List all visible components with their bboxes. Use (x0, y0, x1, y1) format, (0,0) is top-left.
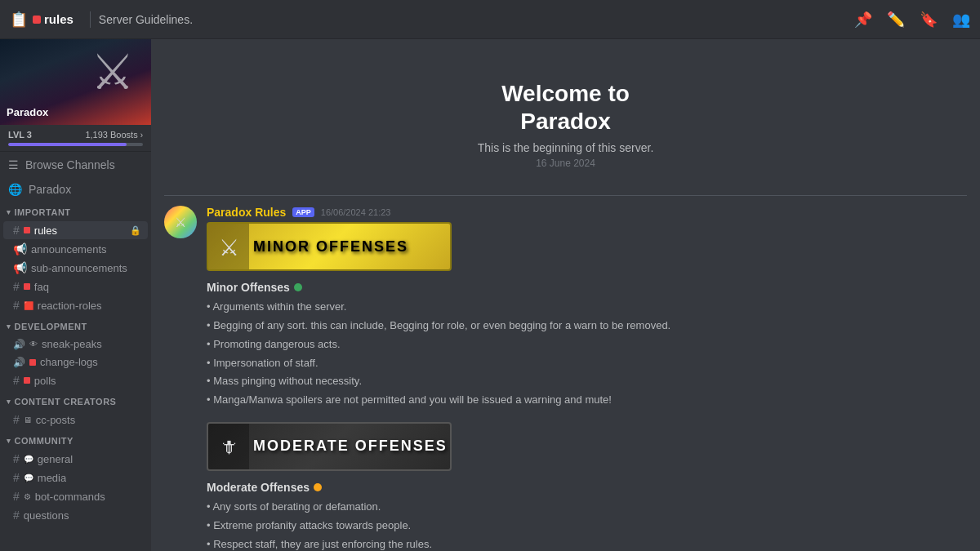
channel-name: faq (34, 281, 49, 293)
channel-red-square (24, 227, 30, 233)
section-arrow-icon: ▾ (7, 398, 11, 406)
boost-chevron-icon: › (140, 131, 143, 140)
channel-item-polls[interactable]: # polls (3, 371, 148, 389)
channel-item-sneak-peaks[interactable]: 🔊 👁 sneak-peaks (3, 335, 148, 353)
boost-progress-fill (8, 143, 127, 146)
channel-name: bot-commands (35, 491, 105, 503)
channel-item-change-logs[interactable]: 🔊 change-logs (3, 353, 148, 371)
section-arrow-icon: ▾ (7, 437, 11, 445)
channel-item-bot-commands[interactable]: # ⚙ bot-commands (3, 487, 148, 505)
banner-character: ⚔ (91, 43, 135, 100)
browse-channels-label: Browse Channels (25, 158, 115, 171)
edit-icon[interactable]: ✏️ (887, 11, 905, 29)
channel-item-questions[interactable]: # questions (3, 506, 148, 524)
section-important: ▾ IMPORTANT # rules 🔒 📢 announcements 📢 … (0, 204, 151, 315)
message-author: Paradox Rules (207, 206, 286, 219)
minor-offenses-section: Minor Offenses • Arguments within the se… (207, 281, 729, 409)
channel-red-square (29, 359, 36, 366)
channel-name: rules (33, 12, 74, 26)
channel-emoji: 🖥 (24, 415, 32, 424)
section-header-development[interactable]: ▾ DEVELOPMENT (0, 318, 151, 335)
message-timestamp: 16/06/2024 21:23 (321, 207, 391, 217)
channel-emoji: 👁 (29, 340, 38, 349)
welcome-subtitle: This is the beginning of this server. (164, 141, 967, 154)
channel-item-reaction-roles[interactable]: # 🟥 reaction-roles (3, 296, 148, 314)
welcome-date: 16 June 2024 (164, 158, 967, 169)
banner-char-icon: 🗡 (208, 424, 249, 471)
boost-count: 1,193 Boosts › (85, 130, 143, 140)
server-menu-icon: 🌐 (8, 183, 22, 196)
boost-progress-bar (8, 143, 143, 146)
sidebar: ⚔ Paradox LVL 3 1,193 Boosts › ☰ Browse … (0, 39, 151, 551)
channel-item-faq[interactable]: # faq (3, 278, 148, 295)
yellow-dot-icon (314, 483, 322, 491)
section-header-important[interactable]: ▾ IMPORTANT (0, 204, 151, 220)
minor-offenses-banner: ⚔ MINOR OFFENSES (207, 222, 452, 271)
channel-emoji: ⚙ (24, 492, 31, 501)
channel-name: rules (34, 224, 57, 237)
bookmark-icon[interactable]: 🔖 (920, 11, 938, 29)
hash-icon: # (13, 374, 20, 387)
channel-item-media[interactable]: # 💬 media (3, 469, 148, 487)
minor-offenses-title: Minor Offenses (207, 281, 729, 294)
members-icon[interactable]: 👥 (952, 11, 970, 29)
hash-icon: # (13, 413, 20, 426)
hash-icon: 📋 (10, 11, 28, 29)
server-name: Paradox (7, 106, 48, 118)
channel-name: sneak-peaks (42, 338, 102, 350)
browse-channels-button[interactable]: ☰ Browse Channels (0, 152, 151, 178)
moderate-offenses-section: Moderate Offenses • Any sorts of beratin… (207, 481, 729, 551)
channel-red-square (24, 377, 30, 384)
section-header-community[interactable]: ▾ COMMUNITY (0, 433, 151, 449)
hash-icon: # (13, 224, 20, 237)
message-content: Paradox Rules APP 16/06/2024 21:23 ⚔ MIN… (207, 206, 967, 551)
server-banner: ⚔ Paradox (0, 39, 151, 125)
channel-red-square (24, 283, 30, 290)
section-arrow-icon: ▾ (7, 208, 11, 216)
pin-icon[interactable]: 📌 (854, 11, 872, 29)
channel-item-rules[interactable]: # rules 🔒 (3, 221, 148, 239)
moderate-offenses-banner: 🗡 MODERATE OFFENSES (207, 422, 452, 471)
green-dot-icon (294, 283, 302, 291)
hash-icon: # (13, 490, 20, 503)
avatar: ⚔ (164, 206, 197, 238)
channel-name: polls (34, 375, 56, 387)
topbar-actions: 📌 ✏️ 🔖 👥 (854, 11, 970, 29)
channel-name: media (38, 472, 66, 484)
channel-red-emoji: 🟥 (24, 301, 33, 310)
channel-name: announcements (31, 243, 107, 256)
section-label: CONTENT CREATORS (15, 397, 117, 407)
topbar-description: Server Guidelines. (99, 13, 193, 26)
chat-divider (164, 195, 967, 196)
channel-item-announcements[interactable]: 📢 announcements (3, 240, 148, 258)
moderate-offenses-title: Moderate Offenses (207, 481, 729, 494)
server-menu-item[interactable]: 🌐 Paradox (0, 178, 151, 201)
section-community: ▾ COMMUNITY # 💬 general # 💬 media # ⚙ bo… (0, 433, 151, 525)
hash-icon: # (13, 452, 20, 465)
lock-icon: 🔒 (130, 225, 141, 236)
message: ⚔ Paradox Rules APP 16/06/2024 21:23 ⚔ M… (164, 206, 967, 551)
section-label: DEVELOPMENT (15, 322, 87, 331)
hash-icon: # (13, 509, 20, 522)
welcome-section: Welcome to Paradox This is the beginning… (164, 56, 967, 185)
channel-emoji: 💬 (24, 473, 33, 482)
volume-icon: 🔊 (13, 339, 25, 350)
channel-item-sub-announcements[interactable]: 📢 sub-announcements (3, 259, 148, 277)
channel-item-general[interactable]: # 💬 general (3, 450, 148, 468)
message-header: Paradox Rules APP 16/06/2024 21:23 (207, 206, 967, 219)
megaphone-icon: 📢 (13, 261, 27, 274)
topbar-divider (90, 11, 91, 28)
minor-offenses-list: • Arguments within the server. • Begging… (207, 299, 729, 409)
topbar: 📋 rules Server Guidelines. 📌 ✏️ 🔖 👥 (0, 0, 980, 39)
hash-icon: # (13, 471, 20, 484)
volume-icon: 🔊 (13, 357, 25, 368)
channel-name: general (38, 453, 73, 465)
section-content-creators: ▾ CONTENT CREATORS # 🖥 cc-posts (0, 393, 151, 429)
chat-messages: Welcome to Paradox This is the beginning… (151, 39, 980, 551)
hash-icon: # (13, 280, 20, 293)
moderate-offenses-list: • Any sorts of berating or defamation. •… (207, 499, 729, 551)
channel-item-cc-posts[interactable]: # 🖥 cc-posts (3, 411, 148, 429)
section-header-content-creators[interactable]: ▾ CONTENT CREATORS (0, 393, 151, 410)
boost-bar: LVL 3 1,193 Boosts › (0, 125, 151, 152)
megaphone-icon: 📢 (13, 242, 27, 256)
